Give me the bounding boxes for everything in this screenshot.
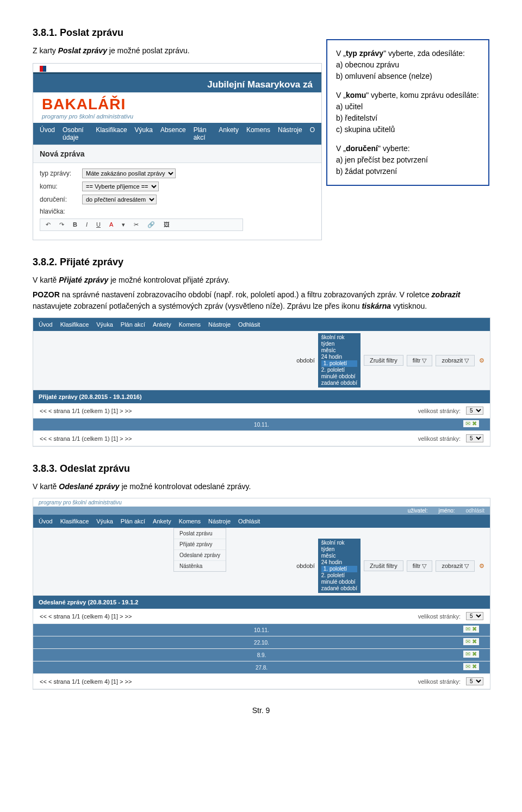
image-icon[interactable]: 🖼 xyxy=(161,221,172,228)
menu-item[interactable]: Plán akcí xyxy=(121,518,145,524)
dropdown-option[interactable]: týden xyxy=(321,546,357,553)
menu-item[interactable]: O xyxy=(310,126,315,141)
dropdown-option[interactable]: minulé období xyxy=(321,579,357,585)
name-label: jméno: xyxy=(439,508,455,514)
page-size-select[interactable]: 5 xyxy=(466,407,483,415)
color-dropdown-icon[interactable]: ▾ xyxy=(120,221,127,228)
label-komu: komu: xyxy=(40,183,78,190)
filtr-button[interactable]: filtr ▽ xyxy=(407,560,433,572)
bold-button[interactable]: B xyxy=(71,221,79,228)
text-color-button[interactable]: A xyxy=(107,221,115,228)
menu-item[interactable]: Klasifikace xyxy=(60,321,89,328)
gear-icon[interactable]: ⚙ xyxy=(478,357,486,364)
message-row[interactable]: 27.8. xyxy=(33,661,490,674)
underline-button[interactable]: U xyxy=(94,221,103,228)
gear-icon[interactable]: ⚙ xyxy=(478,563,486,570)
filtr-button[interactable]: filtr ▽ xyxy=(407,355,433,366)
dropdown-option[interactable]: měsíc xyxy=(321,347,357,354)
page-size-select[interactable]: 5 xyxy=(466,612,483,620)
menu-item[interactable]: Nástroje xyxy=(208,518,231,524)
pager-text[interactable]: << < strana 1/1 (celkem 1) [1] > >> xyxy=(40,435,132,442)
select-doruceni[interactable]: do přečtení adresátem xyxy=(82,195,157,204)
menu-item[interactable]: Úvod xyxy=(39,321,53,328)
zobrazit-button[interactable]: zobrazit ▽ xyxy=(436,560,475,572)
pager-text[interactable]: << < strana 1/1 (celkem 4) [1] > >> xyxy=(40,678,132,685)
menu-item[interactable]: Klasifikace xyxy=(60,518,89,524)
link-icon[interactable]: 🔗 xyxy=(145,221,157,228)
menu-item[interactable]: Ankety xyxy=(219,126,239,141)
message-row[interactable]: 10.11. xyxy=(33,419,490,431)
row-icons[interactable]: ✉ ✖ xyxy=(463,651,479,658)
obdobi-dropdown[interactable]: školní roktýdenměsíc24 hodin1. pololetí2… xyxy=(318,539,361,593)
row-icons[interactable]: ✉ ✖ xyxy=(463,420,479,427)
dropdown-option[interactable]: 24 hodin xyxy=(321,559,357,566)
menu-item[interactable]: Komens xyxy=(179,518,201,524)
dropdown-option[interactable]: zadané období xyxy=(321,585,357,592)
menu-item[interactable]: Výuka xyxy=(96,321,113,328)
menu-item[interactable]: Osobní údaje xyxy=(63,126,88,141)
menu-item[interactable]: Ankety xyxy=(153,518,171,524)
zrusit-filtry-button[interactable]: Zrušit filtry xyxy=(364,355,403,366)
dropdown-option[interactable]: školní rok xyxy=(321,540,357,546)
label-hlavicka: hlavička: xyxy=(40,208,78,215)
dropdown-option[interactable]: 2. pololetí xyxy=(321,572,357,579)
submenu-item[interactable]: Nástěnka xyxy=(174,561,226,571)
logout-link[interactable]: odhlásit xyxy=(466,508,484,514)
menu-item[interactable]: Odhlásit xyxy=(238,518,260,524)
cut-icon[interactable]: ✂ xyxy=(132,221,141,228)
menu-item[interactable]: Klasifikace xyxy=(96,126,127,141)
menu-item[interactable]: Absence xyxy=(160,126,186,141)
menu-item[interactable]: Komens xyxy=(179,321,201,328)
menu-item[interactable]: Plán akcí xyxy=(121,321,145,328)
redo-icon[interactable]: ↷ xyxy=(57,221,66,228)
row-icons[interactable]: ✉ ✖ xyxy=(463,626,479,633)
undo-icon[interactable]: ↶ xyxy=(44,221,53,228)
message-row[interactable]: 22.10. xyxy=(33,636,490,649)
page-size-select[interactable]: 5 xyxy=(466,434,483,442)
select-komu[interactable]: == Vyberte příjemce == xyxy=(82,182,159,191)
pager-row: << < strana 1/1 (celkem 4) [1] > >> veli… xyxy=(33,609,490,624)
opt-c: c) skupina učitelů xyxy=(336,125,395,134)
row-icons[interactable]: ✉ ✖ xyxy=(463,663,479,670)
dropdown-option[interactable]: zadané období xyxy=(321,380,357,386)
dropdown-option[interactable]: 2. pololetí xyxy=(321,367,357,373)
row-icons[interactable]: ✉ ✖ xyxy=(463,638,479,645)
italic-button[interactable]: I xyxy=(84,221,90,228)
menu-item[interactable]: Plán akcí xyxy=(194,126,212,141)
dropdown-option[interactable]: minulé období xyxy=(321,373,357,380)
zobrazit-button[interactable]: zobrazit ▽ xyxy=(436,355,475,366)
menu-item[interactable]: Odhlásit xyxy=(238,321,260,328)
page-size-select[interactable]: 5 xyxy=(466,677,483,685)
pager-text[interactable]: << < strana 1/1 (celkem 4) [1] > >> xyxy=(40,613,132,620)
dropdown-option[interactable]: školní rok xyxy=(321,334,357,341)
text: je možné kontrolovat odeslané zprávy. xyxy=(121,482,251,491)
page-size-label: velikost stránky: xyxy=(418,678,461,685)
emph: Přijaté zprávy xyxy=(59,276,108,284)
menu-item[interactable]: Úvod xyxy=(40,126,55,141)
menu-item[interactable]: Nástroje xyxy=(278,126,302,141)
zrusit-filtry-button[interactable]: Zrušit filtry xyxy=(364,560,403,571)
user-bar: uživatel: jméno: odhlásit xyxy=(33,507,490,515)
pager-text[interactable]: << < strana 1/1 (celkem 1) [1] > >> xyxy=(40,408,132,414)
dropdown-option[interactable]: měsíc xyxy=(321,553,357,559)
menu-item[interactable]: Nástroje xyxy=(208,321,231,328)
dropdown-option[interactable]: týden xyxy=(321,341,357,347)
menu-item[interactable]: Ankety xyxy=(153,321,171,328)
obdobi-dropdown[interactable]: školní roktýdenměsíc24 hodin1. pololetí2… xyxy=(318,333,361,388)
dropdown-option[interactable]: 1. pololetí xyxy=(321,566,357,572)
select-typ[interactable]: Máte zakázáno posílat zprávy xyxy=(82,168,176,178)
submenu-item[interactable]: Poslat zprávu xyxy=(174,528,226,539)
menu-item[interactable]: Komens xyxy=(246,126,270,141)
menu-item[interactable]: Úvod xyxy=(39,518,53,524)
flag-icon xyxy=(36,66,46,72)
menu-item[interactable]: Výuka xyxy=(96,518,113,524)
message-row[interactable]: 10.11. xyxy=(33,624,490,636)
emph: zobrazit xyxy=(432,290,461,299)
dropdown-option[interactable]: 1. pololetí xyxy=(321,360,357,367)
opt-b: b) omluvení absence (nelze) xyxy=(336,72,432,80)
message-row[interactable]: 8.9. xyxy=(33,649,490,661)
submenu-item[interactable]: Přijaté zprávy xyxy=(174,539,226,550)
dropdown-option[interactable]: 24 hodin xyxy=(321,354,357,360)
menu-item[interactable]: Výuka xyxy=(135,126,153,141)
submenu-item[interactable]: Odeslané zprávy xyxy=(174,550,226,561)
